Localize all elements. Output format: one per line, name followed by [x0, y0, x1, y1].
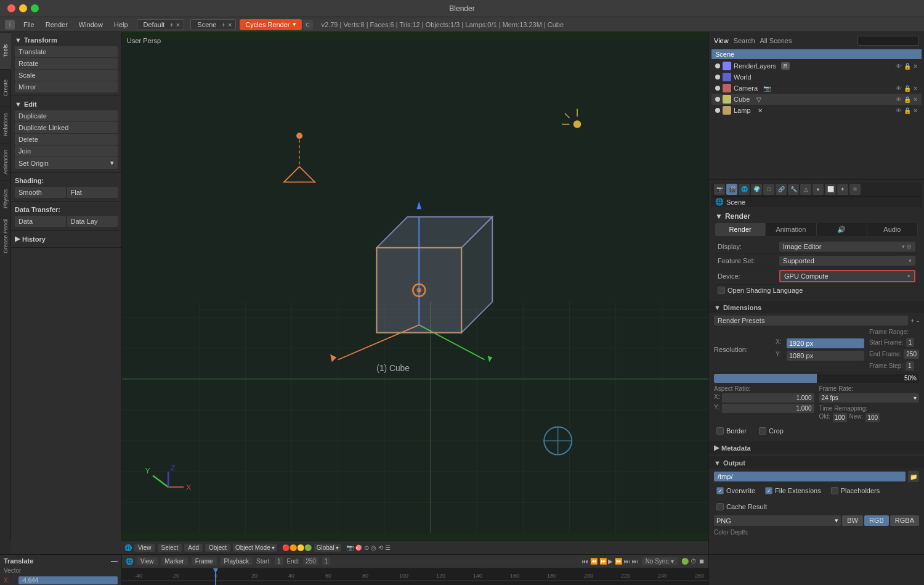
visibility-dot-lamp[interactable] — [715, 108, 720, 113]
file-extensions-checkbox[interactable]: ✓ — [765, 487, 772, 494]
feature-set-value[interactable]: Supported ▾ — [779, 256, 915, 266]
aspect-x-value[interactable]: 1.000 — [722, 393, 814, 403]
workspace-add[interactable]: + — [168, 21, 174, 28]
dimensions-header[interactable]: ▼ Dimensions — [709, 301, 924, 313]
prop-btn-particles[interactable]: ✦ — [837, 184, 848, 195]
crop-checkbox[interactable] — [759, 427, 766, 435]
outliner-item-world[interactable]: World — [711, 72, 922, 83]
sidebar-tab-tools[interactable]: Tools — [0, 32, 11, 69]
render-presets[interactable]: Render Presets — [714, 316, 908, 325]
frame-rate-value[interactable]: 24 fps ▾ — [819, 393, 920, 403]
format-rgb[interactable]: RGB — [864, 515, 889, 526]
device-value[interactable]: GPU Compute ▾ — [779, 270, 915, 282]
vt-global-select[interactable]: Global ▾ — [314, 544, 341, 552]
outliner-tab-scenes[interactable]: All Scenes — [760, 37, 792, 44]
menu-file[interactable]: File — [18, 20, 39, 30]
scene-close[interactable]: × — [227, 21, 233, 28]
prop-btn-camera[interactable]: 📷 — [714, 184, 725, 195]
scene-add[interactable]: + — [221, 21, 227, 28]
output-header[interactable]: ▼ Output — [709, 456, 924, 468]
format-bw[interactable]: BW — [842, 515, 863, 526]
outliner-item-lamp[interactable]: Lamp ✕ 👁 🔒 ✕ — [711, 105, 922, 116]
sidebar-tab-relations[interactable]: Relations — [0, 106, 11, 143]
outliner-item-camera[interactable]: Camera 📷 👁 🔒 ✕ — [711, 83, 922, 94]
outliner-tab-search[interactable]: Search — [734, 37, 755, 44]
render-tab-audio[interactable]: Audio — [867, 223, 918, 236]
delete-button[interactable]: Delete — [15, 134, 118, 145]
vt-view[interactable]: View — [134, 544, 155, 552]
render-tab-audio-icon[interactable]: 🔊 — [817, 223, 867, 236]
workspace-tab-default[interactable]: Default — [140, 21, 169, 28]
renderer-selector[interactable]: Cycles Render ▾ — [240, 19, 301, 30]
sidebar-tab-grease[interactable]: Grease Pencil — [0, 217, 11, 254]
format-select[interactable]: PNG ▾ — [714, 515, 841, 526]
open-shading-checkbox[interactable] — [718, 287, 725, 294]
data-button[interactable]: Data — [15, 216, 66, 227]
minimize-button[interactable] — [19, 4, 27, 12]
scale-button[interactable]: Scale — [15, 70, 118, 81]
timeline-view[interactable]: View — [137, 557, 158, 565]
visibility-dot-cube[interactable] — [715, 97, 720, 102]
vt-add[interactable]: Add — [184, 544, 203, 552]
render-tab-render[interactable]: Render — [715, 223, 766, 236]
timeline-start-value[interactable]: 1 — [275, 557, 283, 565]
workspace-close[interactable]: × — [175, 21, 181, 28]
display-value[interactable]: Image Editor ▾ ⊞ — [779, 242, 915, 252]
vector-x-input[interactable]: -4.644 — [18, 576, 118, 584]
flat-button[interactable]: Flat — [67, 187, 118, 198]
sidebar-tab-animation[interactable]: Animation — [0, 143, 11, 180]
cycles-icon[interactable]: C — [303, 20, 313, 30]
eye-icon-lamp[interactable]: 👁 🔒 ✕ — [896, 107, 918, 114]
mirror-button[interactable]: Mirror — [15, 81, 118, 92]
res-y-value[interactable]: 1080 px — [787, 351, 864, 361]
aspect-y-value[interactable]: 1.000 — [722, 404, 814, 413]
visibility-dot[interactable] — [715, 63, 720, 68]
viewport-3d[interactable]: X Y Z (1) Cube User Persp — [122, 32, 708, 541]
overwrite-checkbox[interactable]: ✓ — [716, 487, 724, 494]
timeline-track[interactable]: -40 -20 0 20 40 60 80 100 120 140 160 18… — [122, 568, 708, 585]
outliner-item-renderlayers[interactable]: RenderLayers R 👁 🔒 ✕ — [711, 60, 922, 72]
prop-btn-scene[interactable]: 🌐 — [739, 184, 750, 195]
prop-btn-modifiers[interactable]: 🔧 — [788, 184, 799, 195]
outliner-tab-view[interactable]: View — [714, 37, 729, 44]
duplicate-button[interactable]: Duplicate — [15, 110, 118, 121]
data-lay-button[interactable]: Data Lay — [67, 216, 118, 227]
outliner-search-box[interactable] — [857, 36, 919, 46]
placeholders-checkbox[interactable] — [831, 487, 838, 494]
translate-button[interactable]: Translate — [15, 46, 118, 57]
duplicate-linked-button[interactable]: Duplicate Linked — [15, 122, 118, 133]
translate-collapse[interactable]: — — [111, 557, 118, 565]
presets-remove[interactable]: - — [917, 317, 919, 324]
menu-help[interactable]: Help — [109, 20, 133, 30]
prop-btn-data[interactable]: △ — [800, 184, 811, 195]
end-frame-value[interactable]: 250 — [904, 350, 919, 359]
visibility-dot-camera[interactable] — [715, 86, 720, 91]
output-browse-button[interactable]: 📁 — [908, 471, 919, 482]
prop-btn-texture[interactable]: ⬜ — [825, 184, 836, 195]
menu-window[interactable]: Window — [74, 20, 108, 30]
output-path-field[interactable]: /tmp/ — [714, 472, 906, 481]
set-origin-dropdown[interactable]: Set Origin ▾ — [15, 157, 118, 169]
maximize-button[interactable] — [31, 4, 39, 12]
border-checkbox[interactable] — [716, 427, 724, 435]
format-rgba[interactable]: RGBA — [890, 515, 919, 526]
outliner-item-cube[interactable]: Cube ▽ 👁 🔒 ✕ — [711, 94, 922, 105]
prop-btn-material[interactable]: ● — [813, 184, 824, 195]
window-controls[interactable] — [7, 4, 39, 12]
timeline-frame[interactable]: Frame — [192, 557, 217, 565]
timeline-current-frame[interactable]: 1 — [322, 557, 331, 565]
timeline-playback[interactable]: Playback — [221, 557, 253, 565]
render-tab-animation[interactable]: Animation — [766, 223, 816, 236]
vt-object[interactable]: Object — [205, 544, 230, 552]
prop-btn-render[interactable]: 🎬 — [726, 184, 737, 195]
vt-mode-select[interactable]: Object Mode ▾ — [233, 544, 277, 552]
prop-btn-constraints[interactable]: 🔗 — [776, 184, 787, 195]
vt-select[interactable]: Select — [158, 544, 182, 552]
timeline-no-sync[interactable]: No Sync ▾ — [642, 557, 678, 565]
rotate-button[interactable]: Rotate — [15, 58, 118, 69]
prop-btn-physics[interactable]: ⚛ — [849, 184, 861, 195]
resolution-percent-bar[interactable]: 50% — [714, 374, 919, 383]
scene-tab-label[interactable]: Scene — [193, 21, 220, 28]
new-value[interactable]: 100 — [865, 413, 880, 422]
history-header[interactable]: ▶ History — [15, 233, 118, 245]
